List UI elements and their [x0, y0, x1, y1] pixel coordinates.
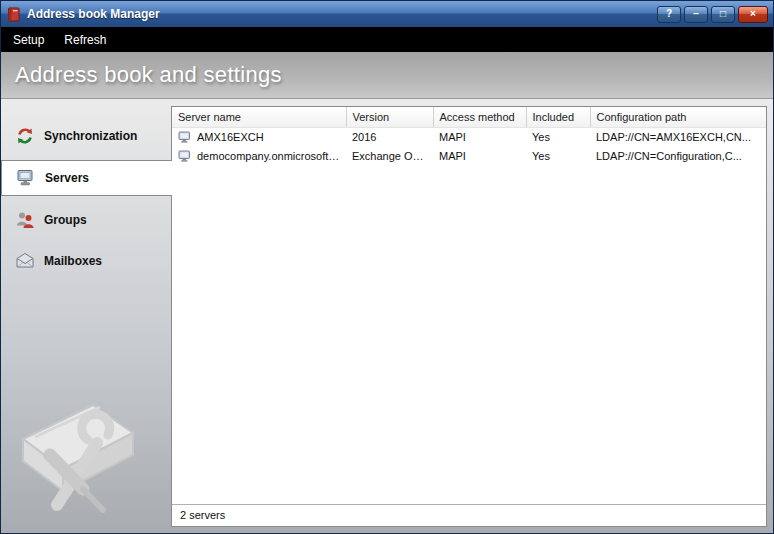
cell-configuration-path: LDAP://CN=AMX16EXCH,CN...: [590, 128, 766, 147]
sidebar-item-label: Groups: [44, 213, 87, 227]
window-title: Address book Manager: [27, 7, 651, 21]
maximize-button[interactable]: □: [711, 6, 735, 23]
cell-access-method: MAPI: [433, 128, 526, 147]
column-header-included[interactable]: Included: [526, 107, 590, 128]
cell-included: Yes: [526, 128, 590, 147]
table-header-row: Server name Version Access method Includ…: [172, 107, 766, 128]
servers-table-wrap: Server name Version Access method Includ…: [172, 107, 766, 504]
groups-icon: [15, 210, 35, 230]
app-book-icon: [6, 7, 21, 22]
menu-item-refresh[interactable]: Refresh: [54, 27, 116, 52]
sidebar-item-label: Mailboxes: [44, 254, 102, 268]
server-icon: [178, 131, 192, 144]
menu-item-setup[interactable]: Setup: [3, 27, 54, 52]
toolbox-watermark-icon: [5, 377, 163, 531]
column-header-version[interactable]: Version: [346, 107, 433, 128]
cell-included: Yes: [526, 147, 590, 166]
table-row[interactable]: democompany.onmicrosoft.com Exchange Onl…: [172, 147, 766, 166]
cell-version: Exchange Online: [346, 147, 433, 166]
minimize-button[interactable]: –: [684, 6, 708, 23]
sidebar-item-mailboxes[interactable]: Mailboxes: [1, 244, 171, 278]
sidebar-item-synchronization[interactable]: Synchronization: [1, 119, 171, 153]
column-header-server-name[interactable]: Server name: [172, 107, 346, 128]
cell-access-method: MAPI: [433, 147, 526, 166]
sync-icon: [15, 126, 35, 146]
content-panel: Server name Version Access method Includ…: [171, 106, 767, 527]
close-button[interactable]: ×: [738, 6, 768, 23]
status-bar: 2 servers: [172, 504, 766, 526]
cell-version: 2016: [346, 128, 433, 147]
server-icon: [178, 150, 192, 163]
help-button[interactable]: ?: [657, 6, 681, 23]
column-header-configuration-path[interactable]: Configuration path: [590, 107, 766, 128]
sidebar: Synchronization Servers: [1, 99, 171, 533]
banner: Address book and settings: [1, 52, 773, 99]
main-area: Synchronization Servers: [1, 99, 773, 533]
servers-icon: [16, 168, 36, 188]
cell-server-name: democompany.onmicrosoft.com: [197, 150, 340, 162]
sidebar-item-label: Synchronization: [44, 129, 137, 143]
table-row[interactable]: AMX16EXCH 2016 MAPI Yes LDAP://CN=AMX16E…: [172, 128, 766, 147]
cell-server-name: AMX16EXCH: [197, 131, 264, 143]
menubar: Setup Refresh: [1, 27, 773, 52]
servers-table: Server name Version Access method Includ…: [172, 107, 766, 166]
mailboxes-icon: [15, 251, 35, 271]
column-header-access-method[interactable]: Access method: [433, 107, 526, 128]
page-title: Address book and settings: [15, 62, 282, 88]
window-controls: ? – □ ×: [657, 6, 768, 23]
titlebar: Address book Manager ? – □ ×: [1, 1, 773, 27]
sidebar-item-groups[interactable]: Groups: [1, 203, 171, 237]
sidebar-item-label: Servers: [45, 171, 89, 185]
cell-configuration-path: LDAP://CN=Configuration,C...: [590, 147, 766, 166]
app-window: Address book Manager ? – □ × Setup Refre…: [0, 0, 774, 534]
sidebar-item-servers[interactable]: Servers: [1, 160, 172, 196]
